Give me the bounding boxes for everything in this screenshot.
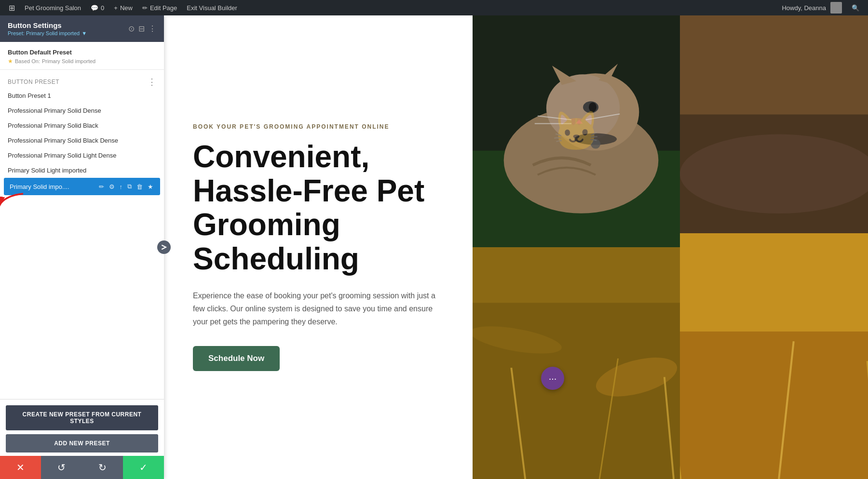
based-on-value: Primary Solid imported [42,58,95,64]
plus-icon: + [114,4,118,12]
site-name[interactable]: Pet Grooming Salon [20,0,86,15]
bottom-buttons: CREATE NEW PRESET FROM CURRENT STYLES AD… [0,399,164,458]
add-preset-button[interactable]: ADD NEW PRESET [6,434,158,452]
preset-item-4[interactable]: Professional Primary Solid Black Dense [0,133,164,148]
svg-point-6 [546,74,620,142]
edit-page-button[interactable]: ✏ Edit Page [137,0,182,15]
hero-section: BOOK YOUR PET'S GROOMING APPOINTMENT ONL… [164,15,868,479]
page-content: BOOK YOUR PET'S GROOMING APPOINTMENT ONL… [164,15,868,479]
star-icon: ★ [8,58,13,65]
hero-left: BOOK YOUR PET'S GROOMING APPOINTMENT ONL… [164,15,473,479]
extended-top-image [680,15,868,233]
preset-edit-icon[interactable]: ✏ [98,182,105,191]
wp-logo[interactable]: ⊞ [4,0,20,15]
panel-more-icon[interactable]: ⋮ [149,24,156,33]
based-on-prefix: Based On: [15,58,40,64]
chevron-down-icon: ▼ [81,30,87,36]
svg-point-10 [589,102,597,112]
pencil-icon: ✏ [142,4,148,12]
based-on: ★ Based On: Primary Solid imported [8,58,156,65]
howdy-user[interactable]: Howdy, Deanna [777,0,847,15]
preset-item-3[interactable]: Professional Primary Solid Black [0,118,164,133]
panel-header: Button Settings Preset: Primary Solid im… [0,15,164,42]
preset-star-icon[interactable]: ★ [147,182,154,191]
extended-bottom-image [680,233,868,479]
wordpress-icon: ⊞ [9,3,15,13]
search-button[interactable]: 🔍 [847,0,864,15]
preset-item-5[interactable]: Professional Primary Solid Light Dense [0,148,164,163]
cat-image-bottom [473,247,680,479]
hero-title: Convenient, Hassle-Free Pet Grooming Sch… [193,140,444,276]
svg-point-15 [574,133,617,145]
comment-count[interactable]: 💬 0 [86,0,109,15]
hero-description: Experience the ease of booking your pet'… [193,289,444,329]
hero-eyebrow: BOOK YOUR PET'S GROOMING APPOINTMENT ONL… [193,123,444,130]
panel-layout-icon[interactable]: ⊟ [138,24,145,33]
avatar [830,2,842,13]
panel-header-actions: ⊙ ⊟ ⋮ [128,24,156,33]
fab-dots-icon: ··· [549,373,557,384]
preset-list-label: Button Preset [8,79,59,85]
preset-copy-icon[interactable]: ⧉ [126,182,133,191]
new-button[interactable]: + New [109,0,137,15]
cat-image-top [473,15,680,247]
panel-subtitle[interactable]: Preset: Primary Solid imported ▼ [8,30,87,36]
main-layout: Button Settings Preset: Primary Solid im… [0,15,868,479]
site-name-text: Pet Grooming Salon [25,4,81,12]
preset-list-more-icon[interactable]: ⋮ [148,78,156,86]
panel-target-icon[interactable]: ⊙ [128,24,135,33]
floating-action-button[interactable]: ··· [541,367,564,390]
admin-bar-right: Howdy, Deanna 🔍 [777,0,864,15]
hero-right-images [473,15,680,479]
svg-point-16 [591,139,600,149]
schedule-now-button[interactable]: Schedule Now [193,346,280,371]
save-button[interactable]: ✓ [123,456,164,479]
create-preset-button[interactable]: CREATE NEW PRESET FROM CURRENT STYLES [6,405,158,430]
default-preset-section: Button Default Preset ★ Based On: Primar… [0,42,164,70]
extended-right [680,15,868,479]
preset-item-actions: ✏ ⚙ ↑ ⧉ 🗑 ★ [98,182,155,191]
exit-builder-button[interactable]: Exit Visual Builder [182,0,242,15]
svg-marker-11 [575,120,583,123]
panel-title: Button Settings [8,21,87,29]
cancel-button[interactable]: ✕ [0,456,41,479]
svg-rect-34 [680,332,868,479]
preset-delete-icon[interactable]: 🗑 [136,182,144,191]
sidebar-panel: Button Settings Preset: Primary Solid im… [0,15,164,479]
red-arrow-annotation [0,191,28,222]
resize-handle[interactable] [157,240,171,254]
comment-icon: 💬 [91,4,98,12]
preset-list-header: Button Preset ⋮ [0,74,164,88]
preset-item-1[interactable]: Button Preset 1 [0,88,164,103]
search-icon: 🔍 [852,4,859,12]
preset-item-2[interactable]: Professional Primary Solid Dense [0,103,164,118]
preset-item-6[interactable]: Primary Solid Light imported [0,163,164,178]
footer-bar: ✕ ↺ ↻ ✓ [0,456,164,479]
admin-bar: ⊞ Pet Grooming Salon 💬 0 + New ✏ Edit Pa… [0,0,868,15]
redo-button[interactable]: ↻ [82,456,123,479]
panel-header-info: Button Settings Preset: Primary Solid im… [8,21,87,36]
preset-item-7-active[interactable]: Primary Solid impo.... ✏ ⚙ ↑ ⧉ 🗑 ★ [4,178,160,195]
undo-button[interactable]: ↺ [41,456,82,479]
preset-list: Button Preset ⋮ Button Preset 1 Professi… [0,70,164,399]
default-preset-label: Button Default Preset [8,49,156,56]
preset-upload-icon[interactable]: ↑ [119,182,124,191]
preset-settings-icon[interactable]: ⚙ [108,182,116,191]
